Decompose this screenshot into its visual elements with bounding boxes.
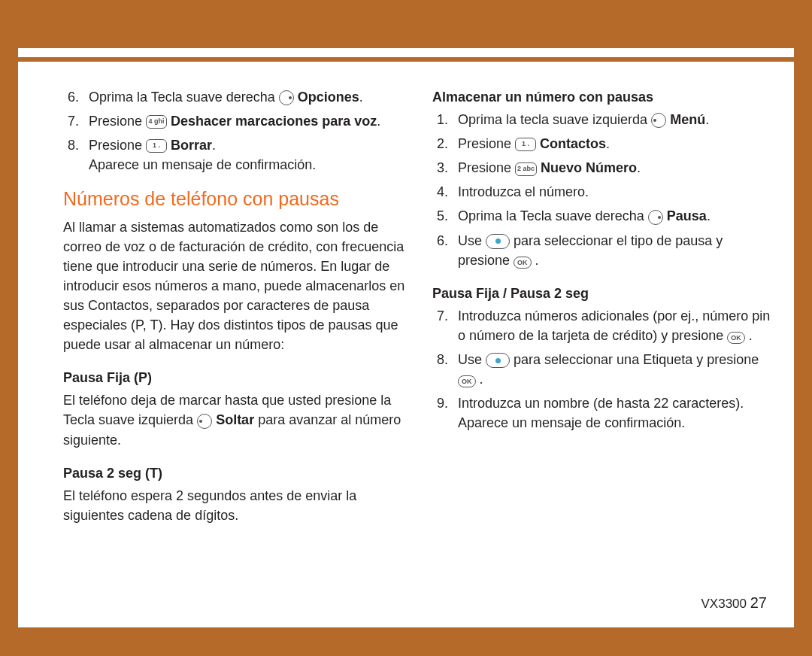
step-3: Presione 2 abc Nuevo Número.: [452, 158, 776, 178]
ok-key-icon: OK: [727, 332, 745, 344]
keypad-2-icon: 2 abc: [515, 162, 537, 176]
step-8: Presione 1 . Borrar. Aparece un mensaje …: [83, 135, 407, 175]
softkey-right-icon: [648, 210, 663, 225]
text: Use: [458, 352, 486, 367]
pausa-fija-body: El teléfono deja de marcar hasta que ust…: [63, 390, 407, 449]
text: Oprima la Tecla suave derecha: [458, 208, 648, 223]
bold: Pausa: [667, 208, 707, 223]
step-text: Presione: [89, 138, 146, 153]
page-number: 27: [750, 594, 767, 611]
section-heading: Números de teléfono con pausas: [63, 185, 407, 212]
text: Presione: [458, 136, 515, 151]
step-5: Oprima la Tecla suave derecha Pausa.: [452, 206, 776, 226]
text: Presione: [458, 160, 515, 175]
bold: Menú: [670, 112, 705, 127]
step-7: Presione 4 ghi Deshacer marcaciones para…: [83, 111, 407, 131]
pause-types-heading: Pausa Fija / Pausa 2 seg: [432, 284, 776, 303]
right-column: Almacenar un número con pausas Oprima la…: [432, 87, 776, 534]
step-text: Presione: [89, 114, 146, 129]
left-column: Oprima la Tecla suave derecha Opciones. …: [63, 87, 407, 534]
text: Oprima la tecla suave izquierda: [458, 112, 651, 127]
step-text: Oprima la Tecla suave derecha: [89, 90, 279, 105]
pausa-fija-heading: Pausa Fija (P): [63, 368, 407, 387]
intro-paragraph: Al llamar a sistemas automatizados como …: [63, 217, 407, 355]
nav-circle-icon: [486, 353, 510, 368]
keypad-1-icon: 1 .: [146, 139, 167, 153]
step-6: Oprima la Tecla suave derecha Opciones.: [83, 87, 407, 107]
page-footer: VX3300 27: [701, 592, 767, 614]
step-9: Introduzca un nombre (de hasta 22 caract…: [452, 393, 776, 433]
softkey-right-icon: [279, 90, 294, 105]
step-bold: Opciones: [298, 90, 359, 105]
step-bold: Borrar: [171, 138, 212, 153]
steps-list-right-a: Oprima la tecla suave izquierda Menú. Pr…: [432, 110, 776, 270]
decorative-stripe: [18, 57, 794, 62]
bold: Nuevo Número: [541, 160, 637, 175]
text: Introduzca números adicionales (por ej.,…: [458, 308, 770, 343]
pausa-2-heading: Pausa 2 seg (T): [63, 463, 407, 483]
keypad-4-icon: 4 ghi: [146, 115, 167, 129]
softkey-left-icon: [651, 113, 666, 128]
manual-page: Oprima la Tecla suave derecha Opciones. …: [18, 48, 794, 627]
step-8: Use para seleccionar una Etiqueta y pres…: [452, 350, 776, 389]
step-4: Introduzca el número.: [452, 182, 776, 202]
bold-word: Soltar: [216, 412, 254, 427]
ok-key-icon: OK: [458, 375, 476, 387]
steps-list-left: Oprima la Tecla suave derecha Opciones. …: [63, 87, 407, 175]
softkey-left-icon: [197, 414, 212, 429]
pausa-2-body: El teléfono espera 2 segundos antes de e…: [63, 486, 407, 525]
store-number-heading: Almacenar un número con pausas: [432, 87, 776, 107]
step-1: Oprima la tecla suave izquierda Menú.: [452, 110, 776, 129]
keypad-1-icon: 1 .: [515, 138, 536, 151]
step-note: Aparece un mensaje de confirmación.: [89, 155, 407, 175]
ok-key-icon: OK: [514, 257, 532, 269]
step-6: Use para seleccionar el tipo de pausa y …: [452, 231, 776, 270]
model-label: VX3300: [701, 597, 747, 611]
step-7: Introduzca números adicionales (por ej.,…: [452, 306, 776, 345]
content-columns: Oprima la Tecla suave derecha Opciones. …: [63, 75, 776, 534]
step-2: Presione 1 . Contactos.: [452, 134, 776, 153]
nav-circle-icon: [486, 234, 510, 249]
text: para seleccionar una Etiqueta y presione: [514, 352, 759, 367]
text: Use: [458, 233, 486, 248]
bold: Contactos: [540, 136, 606, 151]
steps-list-right-b: Introduzca números adicionales (por ej.,…: [432, 306, 776, 433]
step-bold: Deshacer marcaciones para voz: [171, 114, 377, 129]
